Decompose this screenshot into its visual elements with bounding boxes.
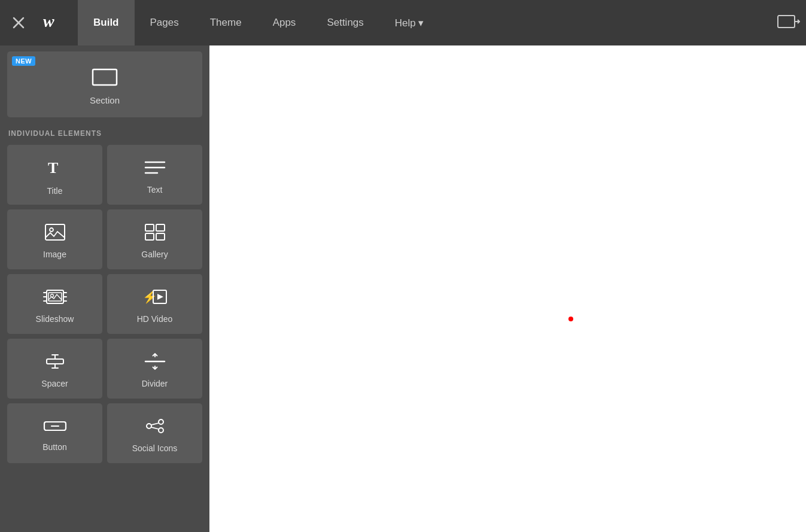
- gallery-label: Gallery: [141, 250, 168, 259]
- nav-right: [777, 14, 800, 31]
- tab-settings[interactable]: Settings: [311, 0, 379, 45]
- svg-rect-10: [45, 224, 65, 240]
- new-badge: NEW: [12, 56, 35, 66]
- text-label: Text: [147, 185, 163, 194]
- element-card-button[interactable]: Button: [7, 403, 102, 463]
- spacer-label: Spacer: [41, 379, 68, 388]
- tab-help[interactable]: Help ▾: [379, 0, 440, 45]
- svg-point-38: [159, 419, 163, 424]
- canvas[interactable]: [209, 45, 806, 532]
- svg-point-11: [50, 228, 53, 232]
- element-card-image[interactable]: Image: [7, 209, 102, 269]
- top-nav: w Build Pages Theme Apps Settings Help ▾: [0, 0, 806, 45]
- sidebar: NEW Section INDIVIDUAL ELEMENTS T: [0, 45, 209, 532]
- svg-point-39: [147, 424, 151, 428]
- element-card-text[interactable]: Text: [107, 145, 202, 205]
- hd-video-label: HD Video: [137, 314, 173, 324]
- new-section-wrapper: NEW Section: [7, 51, 202, 117]
- svg-point-40: [159, 428, 163, 433]
- social-icons-icon: [144, 417, 166, 437]
- element-card-slideshow[interactable]: Slideshow: [7, 274, 102, 334]
- section-icon: [92, 68, 118, 89]
- title-icon: T: [45, 157, 65, 180]
- svg-line-42: [151, 427, 159, 429]
- element-card-divider[interactable]: Divider: [107, 339, 202, 399]
- slideshow-label: Slideshow: [36, 314, 74, 324]
- social-icons-label: Social Icons: [132, 443, 177, 453]
- element-card-social-icons[interactable]: Social Icons: [107, 403, 202, 463]
- divider-label: Divider: [142, 379, 168, 388]
- button-icon: [43, 418, 67, 436]
- device-button[interactable]: [777, 14, 800, 31]
- svg-rect-12: [145, 224, 154, 231]
- button-label: Button: [42, 442, 66, 452]
- svg-rect-13: [156, 224, 165, 231]
- svg-rect-15: [156, 233, 165, 240]
- elements-grid: T Title Text: [7, 145, 202, 463]
- element-card-title[interactable]: T Title: [7, 145, 102, 205]
- image-label: Image: [43, 250, 66, 259]
- elements-heading: INDIVIDUAL ELEMENTS: [7, 129, 202, 138]
- section-card[interactable]: Section: [7, 51, 202, 117]
- close-button[interactable]: [6, 10, 31, 35]
- svg-rect-14: [145, 233, 154, 240]
- gallery-icon: [144, 223, 166, 244]
- svg-rect-28: [47, 359, 63, 364]
- nav-tabs: Build Pages Theme Apps Settings Help ▾: [78, 0, 777, 45]
- element-card-hd-video[interactable]: ⚡ HD Video: [107, 274, 202, 334]
- element-card-spacer[interactable]: Spacer: [7, 339, 102, 399]
- svg-text:w: w: [43, 12, 54, 31]
- svg-text:⚡: ⚡: [142, 290, 157, 304]
- slideshow-icon: [42, 288, 68, 308]
- element-card-gallery[interactable]: Gallery: [107, 209, 202, 269]
- tab-theme[interactable]: Theme: [194, 0, 257, 45]
- logo: w: [31, 10, 72, 36]
- image-icon: [44, 223, 66, 244]
- divider-icon: [144, 352, 166, 373]
- tab-build[interactable]: Build: [78, 0, 135, 45]
- title-label: Title: [47, 186, 63, 196]
- red-dot-indicator: [568, 317, 573, 321]
- tab-pages[interactable]: Pages: [135, 0, 194, 45]
- text-icon: [144, 159, 166, 179]
- hd-video-icon: ⚡: [142, 288, 168, 308]
- svg-point-24: [50, 294, 53, 297]
- svg-rect-5: [93, 69, 117, 85]
- svg-line-41: [151, 423, 159, 425]
- svg-rect-3: [778, 16, 795, 28]
- spacer-icon: [44, 352, 66, 373]
- svg-marker-27: [157, 294, 163, 300]
- section-label: Section: [90, 95, 120, 105]
- main-area: NEW Section INDIVIDUAL ELEMENTS T: [0, 45, 806, 532]
- tab-apps[interactable]: Apps: [257, 0, 312, 45]
- svg-text:T: T: [48, 159, 58, 177]
